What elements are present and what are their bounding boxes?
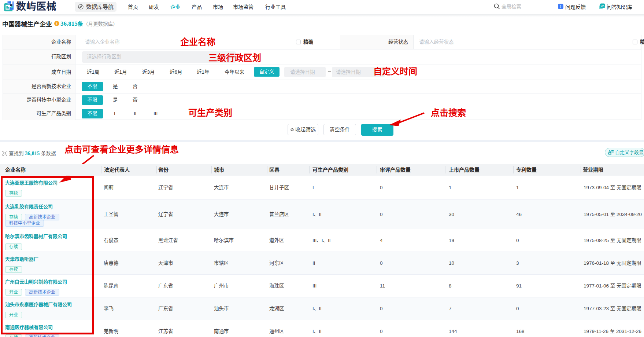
svg-text:A: A xyxy=(608,149,612,155)
svg-text:QA: QA xyxy=(601,4,604,7)
